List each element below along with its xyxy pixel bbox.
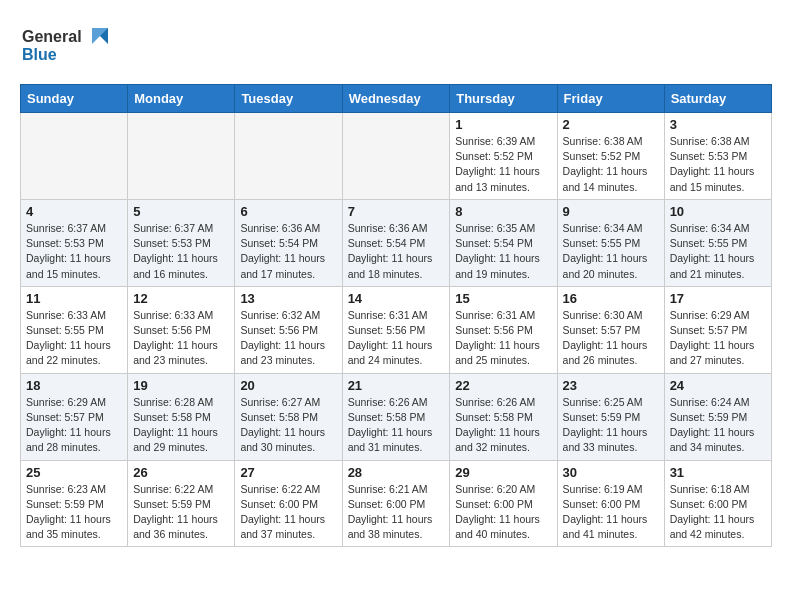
weekday-header-tuesday: Tuesday [235,85,342,113]
calendar-cell: 2Sunrise: 6:38 AM Sunset: 5:52 PM Daylig… [557,113,664,200]
svg-text:Blue: Blue [22,46,57,63]
day-number: 16 [563,291,659,306]
weekday-header-sunday: Sunday [21,85,128,113]
day-number: 24 [670,378,766,393]
day-number: 21 [348,378,445,393]
day-number: 1 [455,117,551,132]
calendar-cell: 31Sunrise: 6:18 AM Sunset: 6:00 PM Dayli… [664,460,771,547]
calendar-cell: 9Sunrise: 6:34 AM Sunset: 5:55 PM Daylig… [557,199,664,286]
day-number: 12 [133,291,229,306]
day-number: 19 [133,378,229,393]
day-number: 17 [670,291,766,306]
weekday-header-thursday: Thursday [450,85,557,113]
calendar-cell: 16Sunrise: 6:30 AM Sunset: 5:57 PM Dayli… [557,286,664,373]
day-number: 14 [348,291,445,306]
day-info: Sunrise: 6:19 AM Sunset: 6:00 PM Dayligh… [563,482,659,543]
day-info: Sunrise: 6:34 AM Sunset: 5:55 PM Dayligh… [563,221,659,282]
day-number: 20 [240,378,336,393]
logo: General Blue [20,20,110,74]
day-info: Sunrise: 6:30 AM Sunset: 5:57 PM Dayligh… [563,308,659,369]
calendar-cell: 6Sunrise: 6:36 AM Sunset: 5:54 PM Daylig… [235,199,342,286]
day-info: Sunrise: 6:35 AM Sunset: 5:54 PM Dayligh… [455,221,551,282]
weekday-header-saturday: Saturday [664,85,771,113]
day-number: 10 [670,204,766,219]
calendar-cell: 27Sunrise: 6:22 AM Sunset: 6:00 PM Dayli… [235,460,342,547]
calendar-header-row: SundayMondayTuesdayWednesdayThursdayFrid… [21,85,772,113]
calendar-cell: 21Sunrise: 6:26 AM Sunset: 5:58 PM Dayli… [342,373,450,460]
day-number: 2 [563,117,659,132]
calendar-week-row: 4Sunrise: 6:37 AM Sunset: 5:53 PM Daylig… [21,199,772,286]
calendar-cell: 29Sunrise: 6:20 AM Sunset: 6:00 PM Dayli… [450,460,557,547]
day-number: 15 [455,291,551,306]
day-info: Sunrise: 6:21 AM Sunset: 6:00 PM Dayligh… [348,482,445,543]
calendar-cell: 24Sunrise: 6:24 AM Sunset: 5:59 PM Dayli… [664,373,771,460]
calendar-cell: 26Sunrise: 6:22 AM Sunset: 5:59 PM Dayli… [128,460,235,547]
day-info: Sunrise: 6:31 AM Sunset: 5:56 PM Dayligh… [455,308,551,369]
day-info: Sunrise: 6:36 AM Sunset: 5:54 PM Dayligh… [240,221,336,282]
day-info: Sunrise: 6:37 AM Sunset: 5:53 PM Dayligh… [26,221,122,282]
day-number: 23 [563,378,659,393]
header: General Blue [20,20,772,74]
calendar-cell: 22Sunrise: 6:26 AM Sunset: 5:58 PM Dayli… [450,373,557,460]
day-info: Sunrise: 6:33 AM Sunset: 5:56 PM Dayligh… [133,308,229,369]
calendar-cell [235,113,342,200]
day-number: 5 [133,204,229,219]
weekday-header-friday: Friday [557,85,664,113]
day-info: Sunrise: 6:29 AM Sunset: 5:57 PM Dayligh… [670,308,766,369]
day-number: 25 [26,465,122,480]
calendar-cell: 10Sunrise: 6:34 AM Sunset: 5:55 PM Dayli… [664,199,771,286]
calendar-cell: 15Sunrise: 6:31 AM Sunset: 5:56 PM Dayli… [450,286,557,373]
day-info: Sunrise: 6:38 AM Sunset: 5:52 PM Dayligh… [563,134,659,195]
svg-text:General: General [22,28,82,45]
day-info: Sunrise: 6:37 AM Sunset: 5:53 PM Dayligh… [133,221,229,282]
calendar-cell [342,113,450,200]
calendar-week-row: 1Sunrise: 6:39 AM Sunset: 5:52 PM Daylig… [21,113,772,200]
day-info: Sunrise: 6:22 AM Sunset: 6:00 PM Dayligh… [240,482,336,543]
calendar-week-row: 18Sunrise: 6:29 AM Sunset: 5:57 PM Dayli… [21,373,772,460]
day-info: Sunrise: 6:32 AM Sunset: 5:56 PM Dayligh… [240,308,336,369]
calendar-week-row: 25Sunrise: 6:23 AM Sunset: 5:59 PM Dayli… [21,460,772,547]
calendar-cell: 30Sunrise: 6:19 AM Sunset: 6:00 PM Dayli… [557,460,664,547]
day-number: 22 [455,378,551,393]
day-info: Sunrise: 6:39 AM Sunset: 5:52 PM Dayligh… [455,134,551,195]
day-number: 13 [240,291,336,306]
day-number: 11 [26,291,122,306]
day-number: 31 [670,465,766,480]
day-info: Sunrise: 6:26 AM Sunset: 5:58 PM Dayligh… [348,395,445,456]
calendar-cell: 25Sunrise: 6:23 AM Sunset: 5:59 PM Dayli… [21,460,128,547]
day-number: 29 [455,465,551,480]
calendar-cell: 11Sunrise: 6:33 AM Sunset: 5:55 PM Dayli… [21,286,128,373]
day-number: 18 [26,378,122,393]
day-info: Sunrise: 6:20 AM Sunset: 6:00 PM Dayligh… [455,482,551,543]
calendar-cell: 17Sunrise: 6:29 AM Sunset: 5:57 PM Dayli… [664,286,771,373]
day-number: 8 [455,204,551,219]
day-number: 27 [240,465,336,480]
calendar-cell: 1Sunrise: 6:39 AM Sunset: 5:52 PM Daylig… [450,113,557,200]
day-number: 26 [133,465,229,480]
day-info: Sunrise: 6:23 AM Sunset: 5:59 PM Dayligh… [26,482,122,543]
calendar-cell [128,113,235,200]
day-info: Sunrise: 6:31 AM Sunset: 5:56 PM Dayligh… [348,308,445,369]
day-number: 9 [563,204,659,219]
day-number: 3 [670,117,766,132]
day-number: 4 [26,204,122,219]
weekday-header-monday: Monday [128,85,235,113]
calendar-week-row: 11Sunrise: 6:33 AM Sunset: 5:55 PM Dayli… [21,286,772,373]
day-number: 7 [348,204,445,219]
day-info: Sunrise: 6:25 AM Sunset: 5:59 PM Dayligh… [563,395,659,456]
day-info: Sunrise: 6:33 AM Sunset: 5:55 PM Dayligh… [26,308,122,369]
day-info: Sunrise: 6:28 AM Sunset: 5:58 PM Dayligh… [133,395,229,456]
day-number: 6 [240,204,336,219]
day-info: Sunrise: 6:26 AM Sunset: 5:58 PM Dayligh… [455,395,551,456]
calendar-cell: 4Sunrise: 6:37 AM Sunset: 5:53 PM Daylig… [21,199,128,286]
calendar-cell: 19Sunrise: 6:28 AM Sunset: 5:58 PM Dayli… [128,373,235,460]
day-info: Sunrise: 6:36 AM Sunset: 5:54 PM Dayligh… [348,221,445,282]
day-info: Sunrise: 6:27 AM Sunset: 5:58 PM Dayligh… [240,395,336,456]
logo-area: General Blue [20,20,110,74]
calendar-cell: 18Sunrise: 6:29 AM Sunset: 5:57 PM Dayli… [21,373,128,460]
calendar-cell: 12Sunrise: 6:33 AM Sunset: 5:56 PM Dayli… [128,286,235,373]
calendar-cell: 23Sunrise: 6:25 AM Sunset: 5:59 PM Dayli… [557,373,664,460]
page: General Blue SundayMondayTuesdayWednesda… [0,0,792,557]
calendar-cell: 5Sunrise: 6:37 AM Sunset: 5:53 PM Daylig… [128,199,235,286]
calendar-cell: 13Sunrise: 6:32 AM Sunset: 5:56 PM Dayli… [235,286,342,373]
